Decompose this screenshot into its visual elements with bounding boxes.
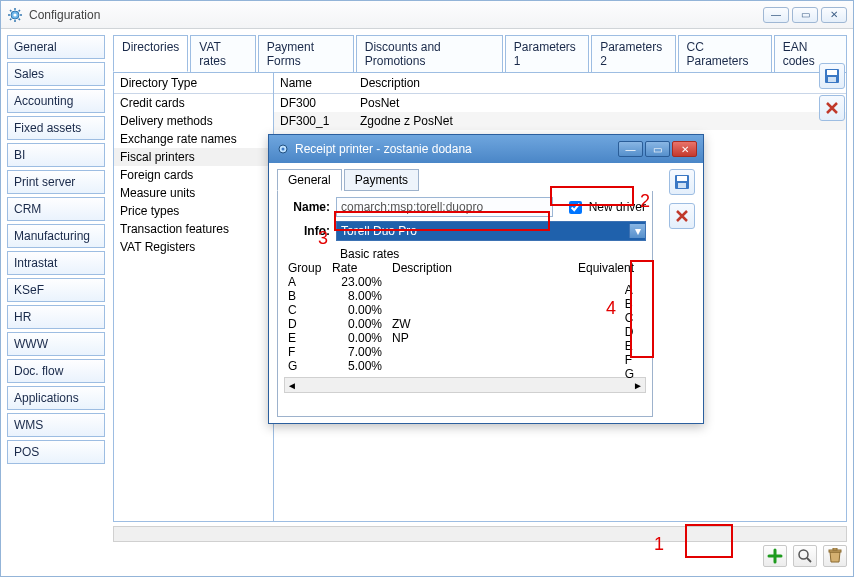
list-item[interactable]: Measure units [114, 184, 273, 202]
rate-row[interactable]: G5.00% [284, 359, 646, 373]
rates-col-rate: Rate [332, 261, 392, 275]
equiv-value: D [625, 325, 634, 339]
rates-title: Basic rates [284, 247, 646, 261]
equiv-value: C [625, 311, 634, 325]
configuration-window: Configuration — ▭ ✕ GeneralSalesAccounti… [0, 0, 854, 577]
tab-parameters-1[interactable]: Parameters 1 [505, 35, 589, 72]
sidebar-item-sales[interactable]: Sales [7, 62, 105, 86]
sidebar-item-bi[interactable]: BI [7, 143, 105, 167]
dlg-tabs: GeneralPayments [277, 169, 653, 191]
rates-body: A23.00%B8.00%C0.00%D0.00%ZWE0.00%NPF7.00… [284, 275, 646, 373]
dlg-minimize-button[interactable]: — [618, 141, 643, 157]
list-item[interactable]: Fiscal printers [114, 148, 273, 166]
receipt-printer-dialog: Receipt printer - zostanie dodana — ▭ ✕ … [268, 134, 704, 424]
rate-row[interactable]: C0.00% [284, 303, 646, 317]
list-item[interactable]: Foreign cards [114, 166, 273, 184]
list-item[interactable]: Exchange rate names [114, 130, 273, 148]
sidebar-item-ksef[interactable]: KSeF [7, 278, 105, 302]
dlg-maximize-button[interactable]: ▭ [645, 141, 670, 157]
sidebar-item-pos[interactable]: POS [7, 440, 105, 464]
sidebar-item-crm[interactable]: CRM [7, 197, 105, 221]
equiv-value: F [625, 353, 634, 367]
tab-directories[interactable]: Directories [113, 35, 188, 72]
dir-table-body: DF300PosNetDF300_1Zgodne z PosNet [274, 94, 846, 130]
list-item[interactable]: Price types [114, 202, 273, 220]
tab-vat-rates[interactable]: VAT rates [190, 35, 255, 72]
sidebar-item-wms[interactable]: WMS [7, 413, 105, 437]
minimize-button[interactable]: — [763, 7, 789, 23]
dlg-cancel-button[interactable] [669, 203, 695, 229]
svg-line-9 [19, 10, 20, 11]
config-tabs: DirectoriesVAT ratesPayment FormsDiscoun… [113, 35, 847, 72]
close-button[interactable]: ✕ [821, 7, 847, 23]
equiv-value: B [625, 297, 634, 311]
sidebar-item-applications[interactable]: Applications [7, 386, 105, 410]
dlg-close-button[interactable]: ✕ [672, 141, 697, 157]
rate-row[interactable]: D0.00%ZW [284, 317, 646, 331]
rates-col-desc: Description [392, 261, 566, 275]
tab-discounts-and-promotions[interactable]: Discounts and Promotions [356, 35, 503, 72]
equiv-value: E [625, 339, 634, 353]
equivalent-header: Equivalent [566, 261, 646, 275]
rate-row[interactable]: F7.00% [284, 345, 646, 359]
sidebar-item-www[interactable]: WWW [7, 332, 105, 356]
dir-type-list: Credit cardsDelivery methodsExchange rat… [114, 94, 273, 256]
window-title: Configuration [29, 8, 763, 22]
horizontal-scroll[interactable] [113, 526, 847, 542]
dlg-save-button[interactable] [669, 169, 695, 195]
dlg-tab-general[interactable]: General [277, 169, 342, 191]
rates-col-group: Group [284, 261, 332, 275]
sidebar-item-print-server[interactable]: Print server [7, 170, 105, 194]
table-row[interactable]: DF300PosNet [274, 94, 846, 112]
dir-type-header: Directory Type [114, 73, 273, 94]
sidebar-item-general[interactable]: General [7, 35, 105, 59]
sidebar-item-doc-flow[interactable]: Doc. flow [7, 359, 105, 383]
name-label: Name: [284, 200, 330, 214]
delete-button[interactable] [823, 545, 847, 567]
tab-parameters-2[interactable]: Parameters 2 [591, 35, 675, 72]
info-dropdown[interactable]: Torell Duo Pro ▾ [336, 221, 646, 241]
equivalent-column: ABCDEFG [625, 283, 634, 381]
col-description[interactable]: Description [354, 73, 846, 93]
svg-rect-13 [833, 548, 837, 550]
tab-payment-forms[interactable]: Payment Forms [258, 35, 354, 72]
svg-rect-21 [678, 183, 686, 188]
svg-line-7 [19, 18, 20, 19]
main-titlebar: Configuration — ▭ ✕ [1, 1, 853, 29]
search-button[interactable] [793, 545, 817, 567]
svg-line-6 [10, 10, 11, 11]
sidebar-item-accounting[interactable]: Accounting [7, 89, 105, 113]
add-button[interactable] [763, 545, 787, 567]
save-button[interactable] [819, 63, 845, 89]
equiv-value: A [625, 283, 634, 297]
list-item[interactable]: Transaction features [114, 220, 273, 238]
rate-row[interactable]: B8.00% [284, 289, 646, 303]
sidebar-item-manufacturing[interactable]: Manufacturing [7, 224, 105, 248]
svg-point-1 [13, 13, 16, 16]
tab-cc-parameters[interactable]: CC Parameters [678, 35, 772, 72]
maximize-button[interactable]: ▭ [792, 7, 818, 23]
info-label: Info: [284, 224, 330, 238]
sidebar-item-hr[interactable]: HR [7, 305, 105, 329]
new-driver-checkbox[interactable]: New driver [565, 198, 646, 217]
svg-rect-20 [677, 176, 687, 181]
list-item[interactable]: Delivery methods [114, 112, 273, 130]
sidebar-item-fixed-assets[interactable]: Fixed assets [7, 116, 105, 140]
chevron-down-icon: ▾ [629, 224, 645, 238]
cancel-button[interactable] [819, 95, 845, 121]
svg-point-10 [799, 550, 808, 559]
dlg-hscroll[interactable]: ◄► [284, 377, 646, 393]
svg-point-18 [282, 148, 285, 151]
category-sidebar: GeneralSalesAccountingFixed assetsBIPrin… [7, 35, 105, 570]
rate-row[interactable]: A23.00% [284, 275, 646, 289]
dlg-tab-payments[interactable]: Payments [344, 169, 419, 191]
list-item[interactable]: Credit cards [114, 94, 273, 112]
table-row[interactable]: DF300_1Zgodne z PosNet [274, 112, 846, 130]
sidebar-item-intrastat[interactable]: Intrastat [7, 251, 105, 275]
name-field[interactable] [336, 197, 553, 217]
col-name[interactable]: Name [274, 73, 354, 93]
gear-icon [275, 141, 291, 157]
rate-row[interactable]: E0.00%NP [284, 331, 646, 345]
equiv-value: G [625, 367, 634, 381]
list-item[interactable]: VAT Registers [114, 238, 273, 256]
